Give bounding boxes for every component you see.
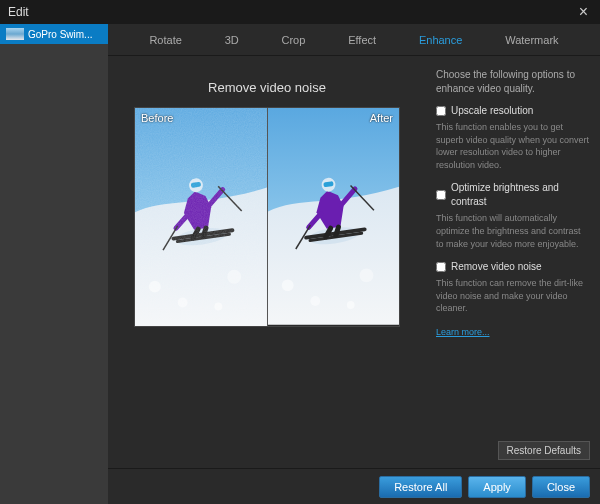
before-panel: Before <box>135 108 267 326</box>
window-title: Edit <box>8 5 29 19</box>
checkbox-upscale-input[interactable] <box>436 106 446 116</box>
sidebar-item-label: GoPro Swim... <box>28 29 92 40</box>
svg-point-21 <box>282 279 294 291</box>
footer: Restore Defaults Restore All Apply Close <box>108 468 600 504</box>
svg-point-22 <box>310 296 320 306</box>
before-label: Before <box>141 112 173 124</box>
desc-remove-noise: This function can remove the dirt-like v… <box>436 277 590 315</box>
restore-all-button[interactable]: Restore All <box>379 476 462 498</box>
options-panel: Choose the following options to enhance … <box>426 56 600 468</box>
after-label: After <box>370 112 393 124</box>
preview-title: Remove video noise <box>208 80 326 95</box>
sidebar: GoPro Swim... <box>0 24 108 504</box>
desc-upscale: This function enables you to get superb … <box>436 121 590 171</box>
checkbox-brightness-input[interactable] <box>436 190 446 200</box>
apply-button[interactable]: Apply <box>468 476 526 498</box>
svg-point-23 <box>360 269 374 283</box>
close-icon[interactable]: × <box>575 3 592 21</box>
svg-point-24 <box>347 301 355 309</box>
preview-area: Remove video noise Before <box>108 56 426 468</box>
tab-rotate[interactable]: Rotate <box>145 26 185 54</box>
checkbox-upscale-label: Upscale resolution <box>451 104 533 118</box>
close-button[interactable]: Close <box>532 476 590 498</box>
desc-brightness: This function will automatically optimiz… <box>436 212 590 250</box>
clip-thumbnail <box>6 28 24 40</box>
checkbox-brightness[interactable]: Optimize brightness and contrast <box>436 181 590 209</box>
tab-crop[interactable]: Crop <box>278 26 310 54</box>
svg-rect-12 <box>135 108 267 326</box>
restore-defaults-button[interactable]: Restore Defaults <box>498 441 590 460</box>
checkbox-brightness-label: Optimize brightness and contrast <box>451 181 590 209</box>
checkbox-remove-noise-label: Remove video noise <box>451 260 542 274</box>
checkbox-upscale[interactable]: Upscale resolution <box>436 104 590 118</box>
sidebar-item-clip[interactable]: GoPro Swim... <box>0 24 108 44</box>
before-after-compare: Before <box>134 107 400 327</box>
checkbox-remove-noise-input[interactable] <box>436 262 446 272</box>
learn-more-link[interactable]: Learn more... <box>436 327 490 337</box>
options-intro: Choose the following options to enhance … <box>436 68 590 96</box>
tab-watermark[interactable]: Watermark <box>501 26 562 54</box>
checkbox-remove-noise[interactable]: Remove video noise <box>436 260 590 274</box>
tab-effect[interactable]: Effect <box>344 26 380 54</box>
tabs: Rotate 3D Crop Effect Enhance Watermark <box>108 24 600 56</box>
titlebar: Edit × <box>0 0 600 24</box>
after-panel: After <box>267 108 399 326</box>
tab-enhance[interactable]: Enhance <box>415 26 466 54</box>
tab-3d[interactable]: 3D <box>221 26 243 54</box>
